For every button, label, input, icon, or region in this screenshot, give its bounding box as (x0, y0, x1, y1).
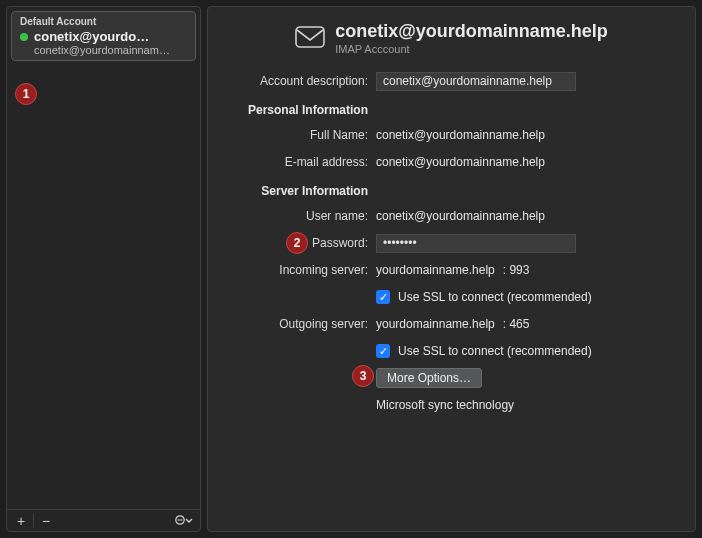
account-detail-panel: conetix@yourdomainname.help IMAP Acccoun… (207, 6, 696, 532)
full-name-value: conetix@yourdomainname.help (376, 128, 677, 142)
incoming-server-host: yourdomainname.help (376, 263, 495, 277)
svg-point-2 (179, 519, 181, 521)
personal-info-header: Personal Information (226, 103, 376, 117)
account-primary-text: conetix@yourdo… (34, 29, 149, 44)
sync-technology-label: Microsoft sync technology (376, 398, 677, 412)
svg-point-1 (178, 519, 180, 521)
password-label: Password: (226, 236, 376, 250)
user-name-value: conetix@yourdomainname.help (376, 209, 677, 223)
remove-account-button[interactable]: − (36, 512, 56, 530)
add-account-button[interactable]: + (11, 512, 31, 530)
incoming-server-port: : 993 (503, 263, 530, 277)
account-form: Account description: Personal Informatio… (226, 69, 677, 417)
account-subtitle: IMAP Acccount (335, 43, 608, 55)
svg-point-3 (181, 519, 183, 521)
incoming-ssl-checkbox[interactable]: ✓ (376, 290, 390, 304)
email-value: conetix@yourdomainname.help (376, 155, 677, 169)
account-options-menu-button[interactable] (172, 512, 196, 530)
outgoing-ssl-checkbox[interactable]: ✓ (376, 344, 390, 358)
toolbar-separator (33, 514, 34, 528)
outgoing-server-label: Outgoing server: (226, 317, 376, 331)
account-description-label: Account description: (226, 74, 376, 88)
outgoing-server-host: yourdomainname.help (376, 317, 495, 331)
password-input[interactable] (376, 234, 576, 253)
sidebar: Default Account conetix@yourdo… conetix@… (6, 6, 201, 532)
incoming-ssl-label: Use SSL to connect (recommended) (398, 290, 592, 304)
account-description-input[interactable] (376, 72, 576, 91)
more-options-button[interactable]: More Options… (376, 368, 482, 388)
user-name-label: User name: (226, 209, 376, 223)
svg-rect-4 (296, 27, 324, 47)
accounts-list: Default Account conetix@yourdo… conetix@… (7, 7, 200, 509)
account-default-label: Default Account (20, 16, 189, 27)
incoming-server-label: Incoming server: (226, 263, 376, 277)
annotation-3: 3 (352, 365, 374, 387)
account-item[interactable]: Default Account conetix@yourdo… conetix@… (11, 11, 196, 61)
account-secondary-text: conetix@yourdomainnam… (20, 44, 189, 56)
status-dot-icon (20, 33, 28, 41)
full-name-label: Full Name: (226, 128, 376, 142)
outgoing-ssl-label: Use SSL to connect (recommended) (398, 344, 592, 358)
outgoing-server-port: : 465 (503, 317, 530, 331)
sidebar-toolbar: + − (7, 509, 200, 531)
account-title: conetix@yourdomainname.help (335, 21, 608, 42)
email-label: E-mail address: (226, 155, 376, 169)
server-info-header: Server Information (226, 184, 376, 198)
account-header: conetix@yourdomainname.help IMAP Acccoun… (226, 21, 677, 55)
mail-icon (295, 26, 325, 51)
